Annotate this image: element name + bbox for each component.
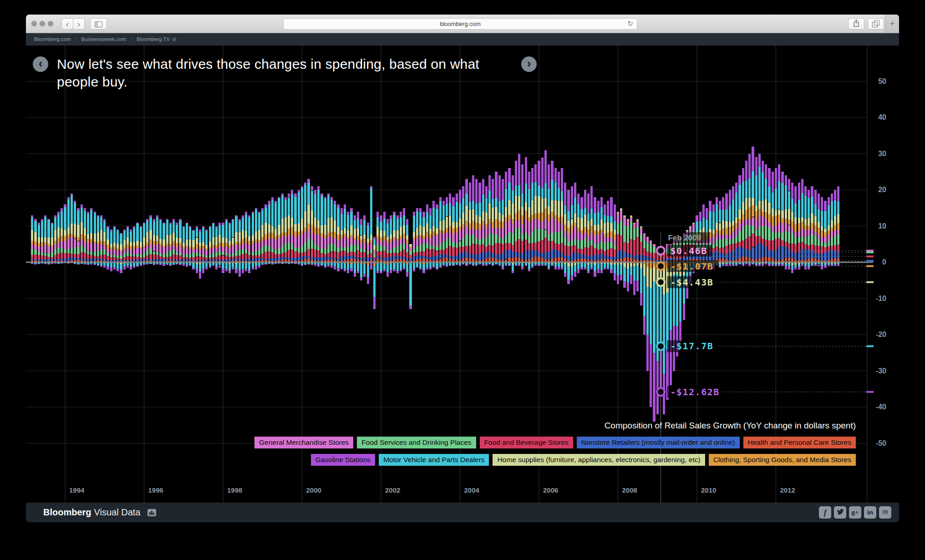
share-button[interactable]	[848, 18, 864, 30]
bar-segment-home	[400, 227, 402, 236]
bar-segment-home	[574, 214, 576, 222]
bar-segment-foodbev	[81, 252, 83, 259]
address-bar[interactable]: bloomberg.com ↻	[283, 18, 637, 30]
bar-segment-gasoline	[149, 215, 152, 218]
bar-segment-foodserv	[541, 229, 544, 240]
bar-segment-clothing	[689, 227, 691, 228]
bar-segment-nonstore	[156, 259, 158, 261]
bar-segment-home	[403, 225, 405, 233]
callout-value: $0.46B	[670, 245, 707, 256]
googleplus-icon[interactable]: g+	[849, 506, 861, 519]
facebook-icon[interactable]: f	[819, 506, 831, 519]
bar-segment-nonstore	[584, 255, 586, 259]
bar-segment-gasoline	[709, 201, 711, 211]
legend-item-motor[interactable]: Motor Vehicle and Parts Dealers	[379, 454, 489, 466]
legend-item-health[interactable]: Health and Personal Care Stores	[743, 437, 856, 448]
bar-segment-motor	[291, 194, 293, 218]
bar-segment-motor	[525, 263, 527, 265]
bar-segment-gasoline	[633, 280, 635, 295]
tabs-overview-button[interactable]	[868, 18, 884, 30]
bar-segment-gasoline	[239, 219, 241, 221]
linkedin-icon[interactable]: in	[864, 506, 876, 519]
legend-item-genmerch[interactable]: General Merchandise Stores	[254, 437, 353, 448]
bar-segment-gasoline	[274, 263, 277, 264]
bar-segment-genmerch	[229, 248, 231, 255]
bar-segment-motor	[791, 265, 793, 270]
legend-item-clothing[interactable]: Clothing, Sporting Goods, and Media Stor…	[709, 454, 856, 466]
callout-value: -$4.43B	[670, 277, 713, 288]
bar-segment-clothing	[752, 205, 754, 217]
bar-segment-clothing	[778, 215, 780, 223]
bar-segment-nonstore	[712, 252, 715, 260]
bar-segment-genmerch	[755, 220, 757, 230]
bar-segment-home	[370, 235, 372, 240]
bar-segment-genmerch	[627, 221, 629, 226]
bar-segment-foodserv	[136, 255, 138, 257]
new-tab-button[interactable]: +	[885, 15, 899, 33]
bar-segment-home	[590, 219, 593, 226]
reload-icon[interactable]: ↻	[627, 19, 633, 29]
bar-segment-foodserv	[255, 251, 257, 255]
legend-item-gasoline[interactable]: Gasoline Stations	[311, 454, 376, 466]
bar-segment-gasoline	[505, 172, 507, 189]
bar-segment-gasoline	[360, 277, 362, 280]
bar-segment-nonstore	[386, 258, 389, 261]
bar-segment-motor	[235, 264, 237, 269]
bar-segment-home	[209, 242, 211, 247]
bar-segment-gasoline	[729, 190, 731, 205]
zoom-window-button[interactable]	[48, 21, 53, 26]
back-button[interactable]: ‹	[61, 18, 73, 30]
legend-item-foodbev[interactable]: Food and Beverage Stores	[480, 437, 573, 448]
bar-segment-clothing	[818, 228, 820, 235]
twitter-icon[interactable]	[834, 506, 846, 519]
legend-item-nonstore[interactable]: Nonstore Retailers (mostly mail-order an…	[577, 437, 740, 448]
bar-segment-genmerch	[472, 229, 474, 235]
bar-segment-motor	[748, 263, 751, 264]
previous-slide-button[interactable]: ‹	[33, 56, 48, 72]
email-icon[interactable]: ✉	[879, 506, 891, 519]
bar-segment-motor	[670, 281, 672, 330]
bar-segment-clothing	[502, 222, 504, 228]
bar-segment-foodbev	[436, 251, 438, 256]
bar-segment-genmerch	[225, 246, 228, 253]
bar-segment-motor	[229, 224, 231, 241]
bar-segment-clothing	[271, 233, 274, 238]
bar-segment-home	[646, 237, 649, 238]
bar-segment-nonstore	[798, 252, 800, 260]
close-window-button[interactable]	[31, 21, 37, 26]
legend-item-home[interactable]: Home supplies (furniture, appliances, el…	[493, 454, 705, 466]
bar-segment-clothing	[140, 247, 142, 249]
bar-segment-home	[571, 219, 573, 225]
bar-segment-genmerch	[765, 219, 767, 226]
bar-segment-foodbev	[650, 253, 652, 258]
bar-segment-foodserv	[416, 246, 418, 252]
legend-item-foodserv[interactable]: Food Services and Drinking Places	[357, 437, 476, 448]
bar-segment-gasoline	[47, 264, 50, 265]
sidebar-button[interactable]	[90, 18, 107, 30]
bar-segment-motor	[419, 212, 422, 225]
bar-segment-nonstore	[176, 260, 178, 261]
bar-segment-motor	[722, 264, 724, 265]
bar-segment-motor	[778, 264, 780, 265]
bar-segment-genmerch	[439, 233, 442, 244]
next-slide-button[interactable]: ›	[521, 56, 537, 72]
bar-segment-gasoline	[271, 264, 274, 265]
bar-segment-nonstore	[683, 258, 685, 261]
bar-segment-genmerch	[347, 239, 349, 248]
bar-segment-genmerch	[390, 241, 392, 249]
bar-segment-genmerch	[320, 237, 323, 249]
minimize-window-button[interactable]	[40, 21, 45, 26]
bar-segment-motor	[84, 211, 86, 228]
bar-segment-gasoline	[814, 190, 817, 204]
bar-segment-nonstore	[298, 257, 300, 261]
bar-segment-gasoline	[334, 266, 336, 270]
bar-segment-motor	[824, 263, 826, 265]
bar-segment-home	[775, 210, 777, 216]
bar-segment-foodserv	[239, 250, 241, 255]
forward-button[interactable]: ›	[73, 18, 85, 30]
bar-segment-nonstore	[196, 260, 198, 261]
bar-segment-gasoline	[51, 263, 53, 264]
bar-segment-genmerch	[140, 249, 142, 255]
bar-segment-clothing	[169, 244, 172, 247]
bar-segment-foodserv	[571, 241, 573, 246]
